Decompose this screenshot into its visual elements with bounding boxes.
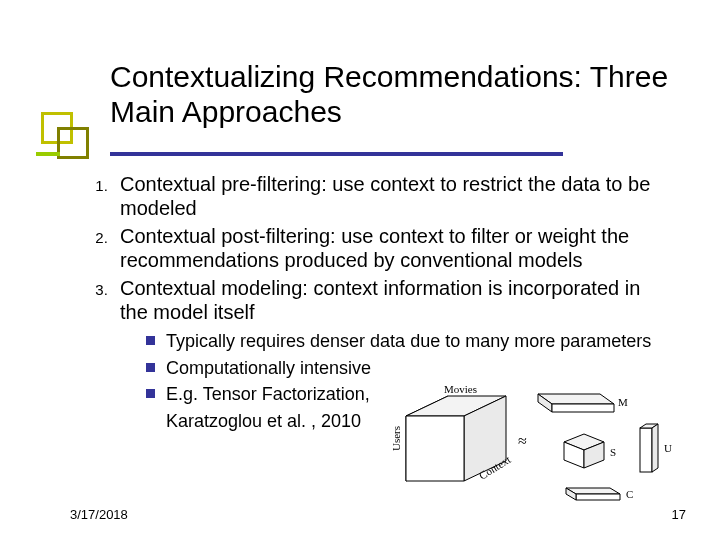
sub-text: Computationally intensive: [166, 358, 371, 378]
u-bar-icon: [640, 424, 658, 472]
s-label: S: [610, 446, 616, 458]
list-item: Contextual post-filtering: use context t…: [112, 224, 670, 272]
deco-short-bar: [36, 152, 60, 156]
tensor-diagram: Users Movies Context ≈ M S U: [388, 386, 688, 504]
list-text: Contextual post-filtering: use context t…: [120, 225, 629, 271]
u-label: U: [664, 442, 672, 454]
slide-title: Contextualizing Recommendations: Three M…: [110, 60, 670, 129]
slide-title-block: Contextualizing Recommendations: Three M…: [110, 60, 670, 129]
s-cube-icon: [564, 434, 604, 468]
cube-top-label: Movies: [444, 386, 477, 395]
sub-item: Computationally intensive: [146, 357, 670, 380]
list-text: Contextual pre-filtering: use context to…: [120, 173, 650, 219]
svg-marker-12: [652, 424, 658, 472]
svg-marker-14: [576, 494, 620, 500]
bullet-square-icon: [146, 389, 155, 398]
m-label: M: [618, 396, 628, 408]
bullet-square-icon: [146, 336, 155, 345]
sub-item: Typically requires denser data due to ma…: [146, 330, 670, 353]
title-underline: [110, 152, 563, 156]
bullet-square-icon: [146, 363, 155, 372]
svg-marker-3: [406, 416, 464, 481]
m-slab-icon: [538, 394, 614, 412]
sub-text: Karatzoglou et al. , 2010: [166, 411, 361, 431]
sub-text: E.g. Tensor Factorization,: [166, 384, 370, 404]
deco-square-outline-2: [57, 127, 89, 159]
svg-rect-10: [640, 428, 652, 472]
svg-marker-6: [552, 404, 614, 412]
footer-date: 3/17/2018: [70, 507, 128, 522]
sub-text: Typically requires denser data due to ma…: [166, 331, 651, 351]
c-slab-icon: [566, 488, 620, 500]
list-text: Contextual modeling: context information…: [120, 277, 640, 323]
footer-page-number: 17: [672, 507, 686, 522]
cube-y-label: Users: [390, 426, 402, 451]
c-label: C: [626, 488, 633, 500]
approx-sign: ≈: [518, 432, 527, 449]
list-item: Contextual pre-filtering: use context to…: [112, 172, 670, 220]
